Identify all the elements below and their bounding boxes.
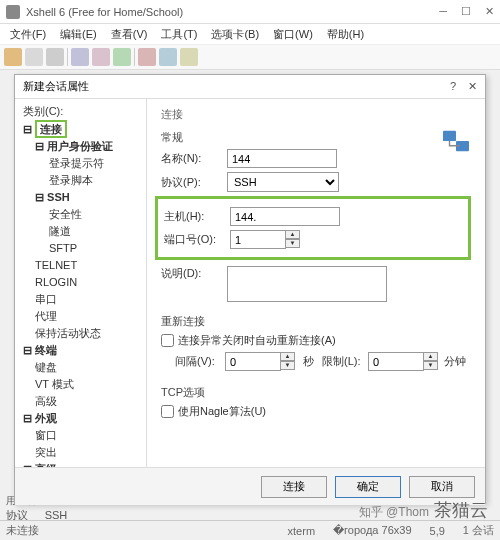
menu-tabs[interactable]: 选项卡(B) xyxy=(205,26,265,43)
tree-keyboard[interactable]: 键盘 xyxy=(35,359,144,376)
session-properties-dialog: 新建会话属性 ? ✕ 类别(C): ⊟ 连接 ⊟ 用户身份验证 登录提示符 登录… xyxy=(14,74,486,504)
tree-ssh[interactable]: ⊟ SSH xyxy=(35,189,144,206)
tree-window[interactable]: 窗口 xyxy=(35,427,144,444)
limit-unit: 分钟 xyxy=(444,354,466,369)
toolbar xyxy=(0,44,500,70)
interval-spinner[interactable]: ▲▼ xyxy=(225,352,295,371)
tree-highlight[interactable]: 突出 xyxy=(35,444,144,461)
dialog-titlebar: 新建会话属性 ? ✕ xyxy=(15,75,485,99)
status-size: �города 76x39 xyxy=(333,524,411,537)
tree-terminal[interactable]: ⊟ 终端 xyxy=(23,342,144,359)
tree-serial[interactable]: 串口 xyxy=(35,291,144,308)
menu-help[interactable]: 帮助(H) xyxy=(321,26,370,43)
port-spinner[interactable]: ▲▼ xyxy=(230,230,300,249)
port-down-icon[interactable]: ▼ xyxy=(286,239,300,248)
tree-telnet[interactable]: TELNET xyxy=(35,257,144,274)
separator xyxy=(134,48,135,66)
tree-keepalive[interactable]: 保持活动状态 xyxy=(35,325,144,342)
copy-icon[interactable] xyxy=(71,48,89,66)
search-icon[interactable] xyxy=(180,48,198,66)
host-port-highlight: 主机(H): 端口号(O): ▲▼ xyxy=(155,196,471,260)
dialog-close-icon[interactable]: ✕ xyxy=(468,80,477,93)
dialog-title: 新建会话属性 xyxy=(23,79,450,94)
interval-unit: 秒 xyxy=(303,354,314,369)
menu-file[interactable]: 文件(F) xyxy=(4,26,52,43)
ok-button[interactable]: 确定 xyxy=(335,476,401,498)
limit-spinner[interactable]: ▲▼ xyxy=(368,352,438,371)
protocol-label: 协议(P): xyxy=(161,175,227,190)
properties-icon[interactable] xyxy=(159,48,177,66)
tree-rlogin[interactable]: RLOGIN xyxy=(35,274,144,291)
status-sessions: 1 会话 xyxy=(463,523,494,538)
interval-label: 间隔(V): xyxy=(175,354,225,369)
tree-tunnel[interactable]: 隧道 xyxy=(49,223,144,240)
disconnect-icon[interactable] xyxy=(138,48,156,66)
statusbar: 未连接 xterm �города 76x39 5,9 1 会话 xyxy=(0,520,500,540)
group-general: 常规 xyxy=(161,130,471,145)
app-icon xyxy=(6,5,20,19)
tree-adv2[interactable]: ⊟ 高级 xyxy=(23,461,144,467)
window-title: Xshell 6 (Free for Home/School) xyxy=(26,6,439,18)
menu-tools[interactable]: 工具(T) xyxy=(155,26,203,43)
tree-vt[interactable]: VT 模式 xyxy=(35,376,144,393)
desc-label: 说明(D): xyxy=(161,266,227,281)
minimize-button[interactable]: ─ xyxy=(439,5,447,18)
menu-view[interactable]: 查看(V) xyxy=(105,26,154,43)
status-state: 未连接 xyxy=(6,523,39,538)
limit-label: 限制(L): xyxy=(322,354,368,369)
category-tree: 类别(C): ⊟ 连接 ⊟ 用户身份验证 登录提示符 登录脚本 ⊟ SSH 安全… xyxy=(15,99,147,467)
interval-input[interactable] xyxy=(225,352,281,371)
tree-proxy[interactable]: 代理 xyxy=(35,308,144,325)
panel-heading: 连接 xyxy=(161,107,471,122)
status-term: xterm xyxy=(288,525,316,537)
connection-panel: 连接 常规 名称(N): 协议(P): SSH 主机(H): xyxy=(147,99,485,467)
open-icon[interactable] xyxy=(25,48,43,66)
desc-input[interactable] xyxy=(227,266,387,302)
tree-label: 类别(C): xyxy=(23,103,144,120)
status-pos: 5,9 xyxy=(430,525,445,537)
reconnect-icon[interactable] xyxy=(113,48,131,66)
group-reconnect: 重新连接 xyxy=(161,314,471,329)
network-icon xyxy=(441,129,471,155)
tree-login-script[interactable]: 登录脚本 xyxy=(49,172,144,189)
tree-sftp[interactable]: SFTP xyxy=(49,240,144,257)
maximize-button[interactable]: ☐ xyxy=(461,5,471,18)
name-label: 名称(N): xyxy=(161,151,227,166)
group-tcp: TCP选项 xyxy=(161,385,471,400)
tree-connection[interactable]: ⊟ 连接 xyxy=(23,120,144,138)
tree-auth[interactable]: ⊟ 用户身份验证 xyxy=(35,138,144,155)
protocol-select[interactable]: SSH xyxy=(227,172,339,192)
name-input[interactable] xyxy=(227,149,337,168)
port-label: 端口号(O): xyxy=(164,232,230,247)
separator xyxy=(67,48,68,66)
nagle-label: 使用Nagle算法(U) xyxy=(178,404,266,419)
reconnect-checkbox[interactable] xyxy=(161,334,174,347)
menu-edit[interactable]: 编辑(E) xyxy=(54,26,103,43)
menu-window[interactable]: 窗口(W) xyxy=(267,26,319,43)
reconnect-label: 连接异常关闭时自动重新连接(A) xyxy=(178,333,336,348)
limit-input[interactable] xyxy=(368,352,424,371)
svg-rect-0 xyxy=(443,131,456,141)
paste-icon[interactable] xyxy=(92,48,110,66)
tree-login-prompt[interactable]: 登录提示符 xyxy=(49,155,144,172)
window-titlebar: Xshell 6 (Free for Home/School) ─ ☐ ✕ xyxy=(0,0,500,24)
tree-advanced[interactable]: 高级 xyxy=(35,393,144,410)
help-icon[interactable]: ? xyxy=(450,80,456,93)
save-icon[interactable] xyxy=(46,48,64,66)
close-button[interactable]: ✕ xyxy=(485,5,494,18)
connect-button[interactable]: 连接 xyxy=(261,476,327,498)
tree-appearance[interactable]: ⊟ 外观 xyxy=(23,410,144,427)
dialog-button-bar: 连接 确定 取消 xyxy=(15,467,485,505)
cancel-button[interactable]: 取消 xyxy=(409,476,475,498)
tree-security[interactable]: 安全性 xyxy=(49,206,144,223)
new-session-icon[interactable] xyxy=(4,48,22,66)
port-up-icon[interactable]: ▲ xyxy=(286,230,300,239)
menubar: 文件(F) 编辑(E) 查看(V) 工具(T) 选项卡(B) 窗口(W) 帮助(… xyxy=(0,24,500,44)
nagle-checkbox[interactable] xyxy=(161,405,174,418)
host-input[interactable] xyxy=(230,207,340,226)
port-input[interactable] xyxy=(230,230,286,249)
host-label: 主机(H): xyxy=(164,209,230,224)
